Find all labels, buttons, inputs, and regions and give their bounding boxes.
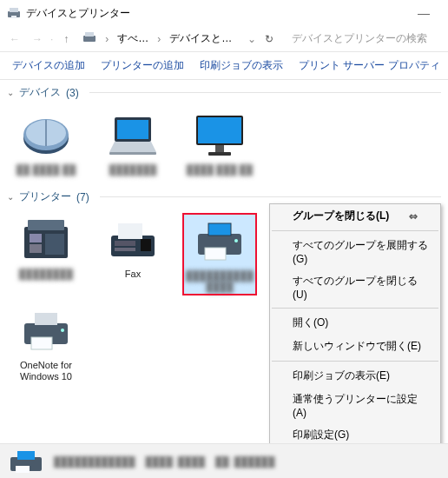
status-text: ████████████ bbox=[54, 456, 135, 467]
svg-rect-22 bbox=[118, 223, 142, 239]
status-line3: ██: ██████ bbox=[215, 456, 274, 467]
svg-rect-32 bbox=[35, 313, 57, 325]
svg-rect-24 bbox=[115, 241, 135, 246]
submenu-arrow-icon: ⇔ bbox=[409, 210, 418, 222]
svg-rect-36 bbox=[17, 451, 35, 460]
svg-rect-33 bbox=[31, 337, 52, 349]
breadcrumb-current[interactable]: デバイスと… bbox=[166, 30, 235, 48]
context-menu-collapse-all[interactable]: すべてのグループを閉じる(U) bbox=[270, 269, 440, 305]
breadcrumb-dropdown[interactable]: ⌄ bbox=[247, 33, 256, 45]
chevron-right-icon: › bbox=[154, 31, 164, 47]
svg-rect-19 bbox=[30, 244, 42, 253]
devices-printers-mini-icon bbox=[79, 29, 100, 49]
printer-label: ██████████ ████ bbox=[182, 270, 257, 293]
collapse-icon: ⌄ bbox=[7, 192, 14, 202]
search-placeholder: デバイスとプリンターの検索 bbox=[292, 31, 427, 46]
svg-rect-23 bbox=[141, 239, 151, 251]
svg-rect-4 bbox=[85, 32, 94, 37]
address-bar: ← → · ↑ › すべ… › デバイスと… ⌄ ↻ デバイスとプリンターの検索 bbox=[0, 26, 448, 52]
breadcrumb-root[interactable]: すべ… bbox=[114, 30, 152, 48]
svg-rect-11 bbox=[109, 152, 156, 155]
device-item-monitor[interactable]: ████ ███ ██ bbox=[182, 109, 257, 176]
refresh-button[interactable]: ↻ bbox=[260, 33, 279, 45]
status-thumbnail-icon bbox=[9, 448, 43, 475]
svg-rect-27 bbox=[208, 223, 231, 236]
svg-rect-29 bbox=[205, 248, 226, 260]
svg-point-30 bbox=[234, 239, 238, 242]
context-menu: グループを閉じる(L) ⇔ すべてのグループを展開する(G) すべてのグループを… bbox=[269, 203, 441, 478]
devices-group-title: デバイス bbox=[19, 85, 61, 100]
device-label: ███████ bbox=[109, 164, 157, 176]
svg-rect-3 bbox=[83, 36, 96, 42]
collapse-icon: ⌄ bbox=[7, 88, 14, 97]
window-title: デバイスとプリンター bbox=[26, 6, 406, 21]
context-menu-separator bbox=[272, 230, 438, 231]
context-menu-view-jobs[interactable]: 印刷ジョブの表示(E) bbox=[270, 364, 440, 388]
device-item-mouse[interactable]: ██ ████ ██ bbox=[9, 109, 83, 176]
device-item-laptop[interactable]: ███████ bbox=[96, 109, 170, 176]
laptop-icon bbox=[102, 109, 164, 161]
status-text: ████: ████ bbox=[146, 456, 205, 467]
status-text: ██: ██████ bbox=[215, 456, 274, 467]
printer-item-onenote[interactable]: OneNote for Windows 10 bbox=[9, 304, 83, 382]
forward-button[interactable]: → bbox=[28, 30, 47, 49]
command-bar: デバイスの追加 プリンターの追加 印刷ジョブの表示 プリント サーバー プロパテ… bbox=[0, 52, 448, 80]
context-menu-separator bbox=[272, 308, 438, 309]
group-rule bbox=[100, 196, 441, 197]
minimize-button[interactable]: — bbox=[406, 6, 441, 20]
svg-rect-17 bbox=[28, 220, 64, 230]
context-menu-close-group[interactable]: グループを閉じる(L) ⇔ bbox=[270, 204, 440, 228]
printer-label: Fax bbox=[125, 269, 141, 280]
context-menu-expand-all[interactable]: すべてのグループを展開する(G) bbox=[270, 234, 440, 269]
view-print-jobs-button[interactable]: 印刷ジョブの表示 bbox=[193, 55, 290, 76]
svg-rect-1 bbox=[10, 8, 18, 12]
devices-group-count: (3) bbox=[66, 87, 79, 99]
add-printer-button[interactable]: プリンターの追加 bbox=[94, 55, 191, 76]
add-device-button[interactable]: デバイスの追加 bbox=[5, 55, 92, 76]
printers-group-title: プリンター bbox=[19, 189, 71, 204]
device-label: ████ ███ ██ bbox=[187, 164, 253, 176]
device-label: ██ ████ ██ bbox=[16, 164, 76, 176]
printer-icon bbox=[15, 304, 77, 356]
printer-item-mfp[interactable]: ████████ bbox=[9, 213, 83, 295]
devices-items: ██ ████ ██ ███████ ████ ███ ██ bbox=[0, 105, 448, 184]
printer-item-selected[interactable]: ██████████ ████ bbox=[182, 213, 257, 295]
print-server-properties-button[interactable]: プリント サーバー プロパティ bbox=[292, 55, 447, 76]
breadcrumb[interactable]: › すべ… › デバイスと… bbox=[79, 29, 235, 49]
chevron-right-icon: › bbox=[102, 31, 112, 47]
printer-item-fax[interactable]: Fax bbox=[96, 213, 170, 295]
mouse-icon bbox=[15, 109, 77, 161]
search-input[interactable]: デバイスとプリンターの検索 bbox=[286, 30, 443, 49]
status-line2: ████: ████ bbox=[146, 456, 205, 467]
status-line1: ████████████ bbox=[54, 456, 135, 467]
printer-label: ████████ bbox=[19, 269, 73, 280]
svg-rect-9 bbox=[117, 120, 148, 139]
context-menu-open[interactable]: 開く(O) bbox=[270, 311, 440, 335]
printer-label: OneNote for Windows 10 bbox=[9, 360, 83, 382]
back-button[interactable]: ← bbox=[5, 30, 24, 49]
svg-marker-10 bbox=[109, 142, 156, 152]
cm-label: グループを閉じる(L) bbox=[293, 209, 389, 223]
svg-rect-18 bbox=[30, 234, 42, 242]
svg-rect-2 bbox=[11, 16, 16, 18]
svg-rect-37 bbox=[16, 466, 30, 473]
printer-icon bbox=[188, 215, 251, 267]
svg-rect-14 bbox=[215, 145, 224, 152]
devices-group-header[interactable]: ⌄ デバイス (3) bbox=[0, 80, 448, 105]
context-menu-set-default[interactable]: 通常使うプリンターに設定(A) bbox=[270, 388, 440, 423]
group-rule bbox=[89, 92, 441, 93]
titlebar: デバイスとプリンター — bbox=[0, 0, 448, 26]
context-menu-separator bbox=[272, 361, 438, 362]
mfp-icon bbox=[15, 213, 77, 265]
monitor-icon bbox=[188, 109, 251, 161]
nav-separator: · bbox=[50, 33, 53, 45]
svg-rect-15 bbox=[208, 152, 231, 156]
devices-printers-icon bbox=[7, 6, 21, 20]
svg-rect-25 bbox=[115, 248, 135, 251]
printers-group-count: (7) bbox=[76, 191, 89, 203]
up-button[interactable]: ↑ bbox=[56, 30, 76, 49]
fax-icon bbox=[102, 213, 164, 265]
svg-rect-20 bbox=[45, 234, 64, 255]
context-menu-open-new-window[interactable]: 新しいウィンドウで開く(E) bbox=[270, 335, 440, 358]
status-bar: ████████████ ████: ████ ██: ██████ bbox=[0, 443, 448, 478]
